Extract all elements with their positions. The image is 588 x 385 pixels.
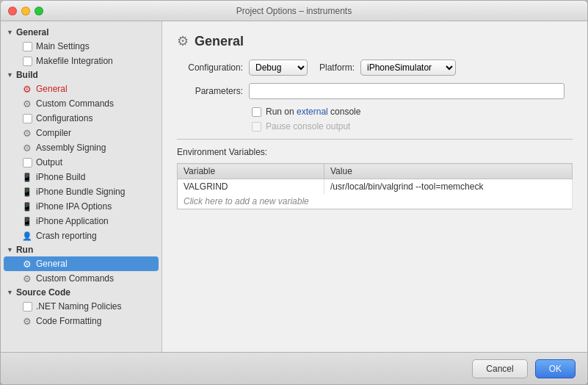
sidebar-item-configurations-label: Configurations [36,113,92,123]
sidebar-item-main-settings[interactable]: Main Settings [1,39,161,54]
ok-button[interactable]: OK [535,359,576,378]
sidebar-item-iphone-ipa-options[interactable]: 📱 iPhone IPA Options [1,199,161,214]
table-cell-variable: VALGRIND [178,179,324,195]
table-header-row: Variable Value [178,164,573,179]
sidebar-item-net-naming-policies-label: .NET Naming Policies [36,301,121,312]
parameters-input[interactable] [249,83,565,99]
gear-icon: ⚙ [21,98,33,109]
checkbox-icon [21,40,33,52]
maximize-button[interactable] [35,7,43,15]
configuration-label: Configuration: [177,62,243,73]
sidebar-section-general-label: General [16,27,49,37]
sidebar-item-custom-commands-run[interactable]: ⚙ Custom Commands [1,271,161,286]
sidebar-item-makefile-integration-label: Makefile Integration [36,56,113,66]
sidebar-item-compiler-label: Compiler [36,128,71,138]
sidebar-section-build[interactable]: ▼ Build [1,68,161,82]
triangle-source-code: ▼ [7,289,13,296]
section-divider [177,139,573,140]
sidebar-item-configurations[interactable]: Configurations [1,111,161,126]
gear-icon: ⚙ [21,258,33,270]
platform-label: Platform: [319,62,355,73]
sidebar-item-assembly-signing[interactable]: ⚙ Assembly Signing [1,140,161,155]
column-header-variable: Variable [178,164,324,179]
configuration-dropdown[interactable]: Debug Release [249,60,308,76]
sidebar-item-iphone-bundle-signing[interactable]: 📱 iPhone Bundle Signing [1,184,161,199]
pause-console-checkbox[interactable] [252,122,261,132]
triangle-general: ▼ [7,29,13,36]
checkbox-icon [21,112,33,124]
phone-icon: 📱 [21,171,33,183]
sidebar-section-build-label: Build [16,70,38,80]
sidebar-item-code-formatting-label: Code Formatting [36,316,101,326]
sidebar-item-crash-reporting-label: Crash reporting [36,231,97,241]
sidebar-section-general[interactable]: ▼ General [1,26,161,39]
sidebar-item-build-general-label: General [36,84,68,94]
sidebar-item-run-general[interactable]: ⚙ General [4,256,159,271]
bottom-bar: Cancel OK [1,352,587,384]
triangle-build: ▼ [7,71,13,79]
run-external-console-checkbox[interactable] [252,107,261,117]
parameters-row: Parameters: [177,83,573,99]
env-variables-table: Variable Value VALGRIND /usr/local/bin/v… [177,163,573,209]
sidebar-section-source-code[interactable]: ▼ Source Code [1,286,161,299]
sidebar-item-code-formatting[interactable]: ⚙ Code Formatting [1,314,161,328]
tree-group-run: ▼ Run ⚙ General ⚙ Custom Commands [1,243,161,286]
sidebar-item-output-label: Output [36,157,62,168]
configuration-row: Configuration: Debug Release Platform: i… [177,60,573,76]
sidebar-item-custom-commands-run-label: Custom Commands [36,273,114,284]
run-label-part2: console [328,107,361,117]
gear-icon: ⚙ [21,273,33,284]
window: Project Options – instruments ▼ General … [0,0,588,385]
content-area: ▼ General Main Settings Makefile Integra… [1,21,587,352]
sidebar-section-run[interactable]: ▼ Run [1,243,161,256]
checkbox-icon [21,301,33,312]
sidebar-item-iphone-ipa-options-label: iPhone IPA Options [36,201,112,212]
traffic-lights [8,7,43,15]
phone-icon: 📱 [21,215,33,227]
gear-icon: ⚙ [21,315,33,327]
window-title: Project Options – instruments [236,6,352,16]
sidebar-item-net-naming-policies[interactable]: .NET Naming Policies [1,299,161,314]
sidebar-item-makefile-integration[interactable]: Makefile Integration [1,54,161,68]
table-cell-value: /usr/local/bin/valgrind --tool=memcheck [324,179,573,195]
sidebar-item-run-general-label: General [36,259,68,269]
sidebar-item-crash-reporting[interactable]: 👤 Crash reporting [1,229,161,243]
run-external-console-label: Run on external console [266,107,360,117]
sidebar-item-output[interactable]: Output [1,155,161,170]
parameters-label: Parameters: [177,86,243,96]
sidebar-section-run-label: Run [16,245,33,255]
tree-group-general: ▼ General Main Settings Makefile Integra… [1,26,161,68]
gear-icon: ⚙ [21,142,33,154]
gear-icon: ⚙ [21,127,33,139]
table-add-row[interactable]: Click here to add a new variable [178,194,573,209]
column-header-value: Value [324,164,573,179]
main-panel: ⚙ General Configuration: Debug Release P… [162,21,587,352]
table-row[interactable]: VALGRIND /usr/local/bin/valgrind --tool=… [178,179,573,195]
panel-header: ⚙ General [177,33,573,49]
close-button[interactable] [8,7,17,15]
sidebar-item-iphone-bundle-signing-label: iPhone Bundle Signing [36,187,125,197]
run-label-part1: Run on [266,107,297,117]
sidebar-item-build-general[interactable]: ⚙ General [1,82,161,96]
sidebar: ▼ General Main Settings Makefile Integra… [1,21,162,352]
sidebar-item-compiler[interactable]: ⚙ Compiler [1,126,161,140]
panel-gear-icon: ⚙ [177,33,189,49]
phone-icon: 📱 [21,201,33,212]
sidebar-item-iphone-application-label: iPhone Application [36,216,109,226]
pause-console-label: Pause console output [266,121,350,132]
minimize-button[interactable] [21,7,30,15]
sidebar-item-iphone-application[interactable]: 📱 iPhone Application [1,214,161,229]
sidebar-item-custom-commands-build[interactable]: ⚙ Custom Commands [1,96,161,111]
checkbox-icon [21,156,33,168]
tree-group-source-code: ▼ Source Code .NET Naming Policies ⚙ Cod… [1,286,161,328]
triangle-run: ▼ [7,246,13,253]
phone-icon: 📱 [21,186,33,198]
platform-dropdown[interactable]: iPhoneSimulator iPhone [360,60,456,76]
sidebar-item-iphone-build-label: iPhone Build [36,172,85,182]
run-external-console-row: Run on external console [177,107,573,117]
sidebar-item-assembly-signing-label: Assembly Signing [36,143,106,153]
cancel-button[interactable]: Cancel [472,359,527,378]
sidebar-item-main-settings-label: Main Settings [36,41,90,51]
sidebar-item-iphone-build[interactable]: 📱 iPhone Build [1,170,161,184]
pause-console-row: Pause console output [177,121,573,132]
